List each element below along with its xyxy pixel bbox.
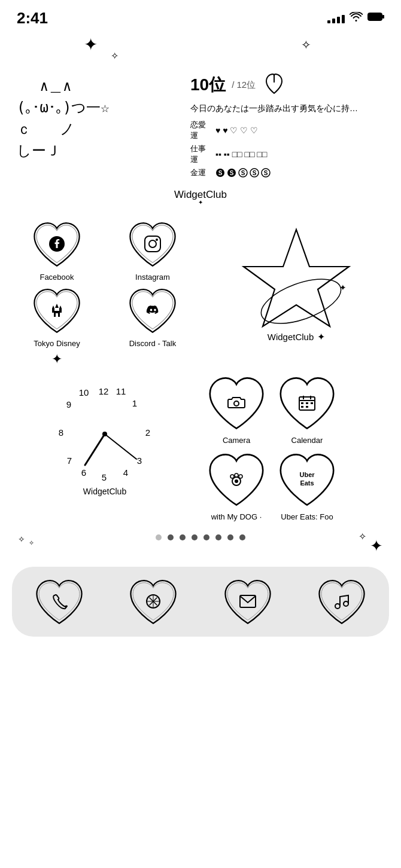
camera-label: Camera: [223, 436, 250, 445]
app-item-tokyo-disney[interactable]: Tokyo Disney: [10, 285, 104, 348]
svg-rect-48: [311, 402, 313, 404]
svg-text:✦: ✦: [339, 283, 347, 292]
svg-rect-20: [52, 308, 54, 313]
star-small-left-2: ✧: [29, 539, 34, 547]
star-small-left-1: ✧: [18, 534, 25, 547]
uber-eats-label: Uber Eats: Foo: [281, 512, 333, 521]
svg-point-53: [230, 475, 234, 478]
music-heart-wrap[interactable]: [315, 576, 369, 627]
page-dot-7[interactable]: [239, 534, 245, 540]
tokyo-disney-icon-wrap[interactable]: [30, 285, 84, 336]
page-indicator-area: ✧ ✧ ✧ ✦: [0, 528, 401, 546]
signal-icon: [327, 13, 345, 23]
clock-label: WidgetClub: [83, 487, 126, 496]
svg-rect-50: [306, 406, 308, 408]
star-deco-black: ✦: [51, 352, 62, 367]
status-icons: [327, 12, 384, 25]
svg-line-39: [105, 434, 136, 459]
svg-text:2: 2: [145, 427, 150, 438]
svg-line-38: [85, 434, 105, 465]
page-dots: [0, 528, 401, 546]
svg-point-41: [234, 401, 239, 406]
svg-rect-21: [59, 308, 62, 313]
svg-text:5: 5: [102, 472, 107, 482]
svg-rect-0: [368, 13, 382, 21]
clock-face: 12 1 2 3 4 5 6 7 8 9 10 11: [54, 381, 156, 483]
svg-text:9: 9: [66, 399, 71, 409]
page-dot-5[interactable]: [215, 534, 221, 540]
star-widget: ✦ WidgetClub ✦: [201, 219, 391, 348]
fortune-desc: 今日のあなたは一歩踏み出す勇気を心に持…: [190, 103, 384, 115]
page-dot-2[interactable]: [180, 534, 186, 540]
svg-text:S: S: [230, 170, 234, 176]
svg-rect-14: [145, 236, 160, 252]
star-deco-2: ✧: [111, 50, 119, 62]
wifi-icon: [350, 12, 363, 25]
svg-text:8: 8: [59, 427, 63, 438]
app-item-dog[interactable]: with My DOG ·: [203, 450, 269, 521]
second-row: 12 1 2 3 4 5 6 7 8 9 10 11 WidgetClub: [0, 369, 401, 525]
star-small-right-1: ✧: [359, 531, 366, 555]
svg-text:7: 7: [67, 456, 72, 466]
dock-item-mail[interactable]: [221, 576, 275, 627]
clock-widget: 12 1 2 3 4 5 6 7 8 9 10 11 WidgetClub: [12, 373, 198, 521]
app-item-calendar[interactable]: Calendar: [274, 373, 340, 445]
app-item-instagram[interactable]: Instagram: [105, 219, 200, 282]
app-item-facebook[interactable]: Facebook: [10, 219, 104, 282]
discord-icon-wrap[interactable]: [126, 285, 180, 336]
svg-text:S: S: [218, 170, 223, 176]
right-row-2: with My DOG · UberEats Uber Eats: Foo: [203, 450, 389, 521]
fortune-label-money: 金運: [190, 167, 212, 178]
facebook-label: Facebook: [40, 273, 74, 282]
mascot-line3: ｃ ノ: [17, 118, 178, 140]
discord-label: Discord - Talk: [129, 339, 177, 348]
svg-text:S: S: [253, 170, 257, 176]
mail-heart-wrap[interactable]: [221, 576, 275, 627]
svg-text:6: 6: [81, 467, 86, 478]
svg-point-55: [239, 475, 242, 478]
facebook-icon-wrap[interactable]: [30, 219, 84, 270]
page-dot-4[interactable]: [203, 534, 209, 540]
app-item-discord[interactable]: Discord - Talk: [105, 285, 200, 348]
app-item-camera[interactable]: Camera: [203, 373, 269, 445]
widgetclub-star-label: WidgetClub ✦: [268, 331, 326, 343]
fortune-row-work: 仕事運 ▪▪ ▪▪ □□ □□ □□: [190, 143, 384, 165]
svg-point-52: [235, 479, 238, 483]
svg-point-17: [256, 270, 347, 332]
deco-stars-top: ✦ ✧ ✧: [0, 29, 401, 71]
fortune-row-love: 恋愛運 ♥ ♥ ♡ ♡ ♡: [190, 120, 384, 141]
deco-stars-left: ✧ ✧: [0, 534, 34, 547]
dog-label: with My DOG ·: [211, 512, 262, 521]
dock-item-safari[interactable]: [126, 576, 180, 627]
svg-marker-22: [55, 304, 59, 308]
svg-point-16: [156, 239, 158, 241]
svg-text:1: 1: [132, 398, 137, 408]
fortune-rank-num: 10位: [190, 74, 226, 96]
dog-icon-wrap[interactable]: [203, 450, 269, 509]
mascot-widget: ∧＿∧ (｡･ω･｡)つ一☆ ｃ ノ しーＪ: [17, 71, 178, 181]
calendar-icon-wrap[interactable]: [274, 373, 340, 433]
svg-text:S: S: [264, 170, 268, 176]
fortune-label-love: 恋愛運: [190, 120, 212, 141]
app-grid-row1: Facebook Instagram ✦ WidgetClub: [0, 207, 401, 369]
dock-item-phone[interactable]: [32, 576, 86, 627]
page-dot-0[interactable]: [156, 534, 162, 540]
page-dot-1[interactable]: [168, 534, 174, 540]
phone-heart-wrap[interactable]: [32, 576, 86, 627]
fortune-icons-money: S S S S S: [215, 168, 271, 178]
page-dot-3[interactable]: [192, 534, 198, 540]
safari-heart-wrap[interactable]: [126, 576, 180, 627]
mascot-line1: ∧＿∧: [17, 75, 178, 97]
svg-text:12: 12: [99, 386, 109, 396]
page-dot-6[interactable]: [227, 534, 233, 540]
camera-icon-wrap[interactable]: [203, 373, 269, 433]
star-deco-3: ✧: [301, 38, 311, 52]
right-row-1: Camera: [203, 373, 389, 445]
deco-stars-right: ✧ ✦: [359, 531, 401, 555]
dock-item-music[interactable]: [315, 576, 369, 627]
uber-eats-icon-wrap[interactable]: UberEats: [274, 450, 340, 509]
app-item-uber-eats[interactable]: UberEats Uber Eats: Foo: [274, 450, 340, 521]
fortune-label-work: 仕事運: [190, 143, 212, 165]
instagram-icon-wrap[interactable]: [126, 219, 180, 270]
svg-point-15: [149, 240, 156, 247]
